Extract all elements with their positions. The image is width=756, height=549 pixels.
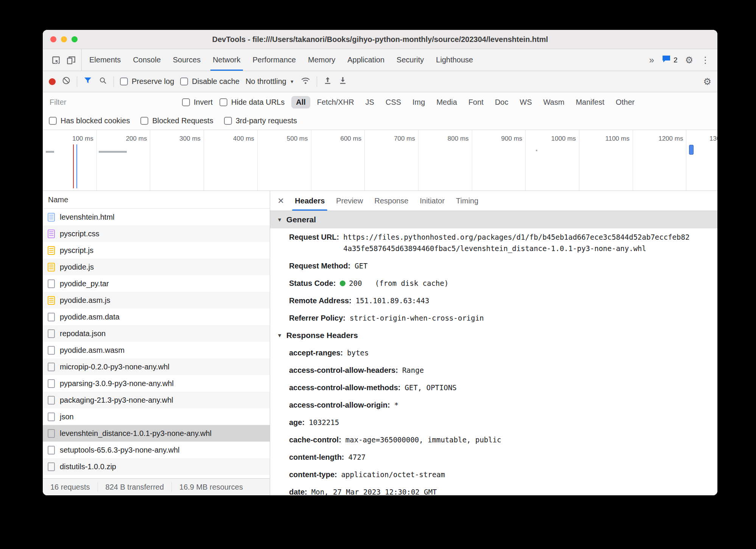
request-row[interactable]: micropip-0.2.0-py3-none-any.whl bbox=[43, 358, 270, 375]
blocked-requests-checkbox[interactable]: Blocked Requests bbox=[140, 116, 213, 125]
tab-memory[interactable]: Memory bbox=[302, 49, 341, 71]
checkbox-icon[interactable] bbox=[49, 117, 57, 125]
titlebar: DevTools - file:///Users/takanori/Books/… bbox=[43, 30, 717, 49]
request-row[interactable]: levenshtein.html bbox=[43, 209, 270, 225]
settings-gear-icon[interactable]: ⚙ bbox=[685, 56, 693, 65]
filter-input[interactable] bbox=[49, 98, 175, 107]
zoom-window-button[interactable] bbox=[72, 36, 78, 42]
file-file-icon bbox=[48, 446, 55, 454]
request-row[interactable]: pyodide_py.tar bbox=[43, 275, 270, 292]
js-file-icon bbox=[48, 296, 55, 305]
request-row[interactable]: distutils-1.0.0.zip bbox=[43, 458, 270, 475]
tab-console[interactable]: Console bbox=[127, 49, 166, 71]
filter-funnel-icon[interactable] bbox=[83, 76, 92, 87]
detail-tab-timing[interactable]: Timing bbox=[450, 191, 484, 211]
request-row[interactable]: levenshtein_distance-1.0.1-py3-none-any.… bbox=[43, 425, 270, 442]
export-har-icon[interactable] bbox=[338, 76, 347, 87]
header-name: Remote Address: bbox=[289, 295, 352, 306]
tab-application[interactable]: Application bbox=[341, 49, 390, 71]
disable-cache-label: Disable cache bbox=[192, 77, 240, 86]
has-blocked-cookies-checkbox[interactable]: Has blocked cookies bbox=[49, 116, 130, 125]
timeline-tick-label: 800 ms bbox=[432, 135, 469, 143]
preserve-log-checkbox[interactable]: Preserve log bbox=[120, 77, 174, 86]
close-window-button[interactable] bbox=[50, 36, 56, 42]
disclosure-triangle-icon: ▼ bbox=[277, 217, 282, 223]
tab-elements[interactable]: Elements bbox=[83, 49, 127, 71]
dropdown-caret-icon: ▼ bbox=[290, 79, 294, 84]
close-details-icon[interactable]: × bbox=[272, 191, 289, 211]
network-conditions-icon[interactable] bbox=[300, 76, 311, 88]
record-network-log-button[interactable] bbox=[49, 78, 56, 85]
filter-pill-css[interactable]: CSS bbox=[381, 96, 406, 109]
invert-checkbox[interactable]: Invert bbox=[182, 98, 213, 107]
tab-sources[interactable]: Sources bbox=[167, 49, 207, 71]
detail-tab-preview[interactable]: Preview bbox=[330, 191, 369, 211]
filter-pill-media[interactable]: Media bbox=[432, 96, 461, 109]
checkbox-icon[interactable] bbox=[120, 78, 128, 85]
filter-pill-img[interactable]: Img bbox=[408, 96, 429, 109]
requests-pane: Name levenshtein.htmlpyscript.csspyscrip… bbox=[43, 191, 270, 495]
request-row[interactable]: pyodide.js bbox=[43, 259, 270, 275]
timeline-overview[interactable]: 100 ms200 ms300 ms400 ms500 ms600 ms700 … bbox=[43, 130, 717, 191]
request-row[interactable]: json bbox=[43, 408, 270, 425]
search-icon[interactable] bbox=[98, 76, 107, 87]
issues-button[interactable]: 2 bbox=[662, 55, 678, 65]
checkbox-icon[interactable] bbox=[224, 117, 232, 125]
request-row[interactable]: packaging-21.3-py3-none-any.whl bbox=[43, 392, 270, 408]
request-name: levenshtein.html bbox=[60, 213, 115, 222]
request-row[interactable]: pyscript.css bbox=[43, 225, 270, 242]
throttling-select[interactable]: No throttling ▼ bbox=[246, 77, 294, 86]
filter-pill-ws[interactable]: WS bbox=[515, 96, 537, 109]
tab-security[interactable]: Security bbox=[390, 49, 430, 71]
request-row[interactable]: pyodide.asm.js bbox=[43, 292, 270, 309]
name-column-header[interactable]: Name bbox=[43, 191, 270, 209]
request-name: pyodide.asm.wasm bbox=[60, 346, 124, 355]
header-name: access-control-allow-origin: bbox=[289, 399, 390, 411]
file-file-icon bbox=[48, 429, 55, 438]
filter-pill-doc[interactable]: Doc bbox=[490, 96, 513, 109]
checkbox-icon[interactable] bbox=[219, 98, 227, 106]
checkbox-icon[interactable] bbox=[182, 98, 190, 106]
request-row[interactable]: setuptools-65.6.3-py3-none-any.whl bbox=[43, 442, 270, 458]
import-har-icon[interactable] bbox=[323, 76, 332, 87]
header-value: Mon, 27 Mar 2023 12:30:02 GMT bbox=[311, 486, 437, 495]
timeline-tick-label: 1100 ms bbox=[593, 135, 630, 143]
header-value: 151.101.89.63:443 bbox=[356, 295, 429, 306]
third-party-requests-checkbox[interactable]: 3rd-party requests bbox=[224, 116, 297, 125]
timeline-gridline bbox=[686, 130, 686, 191]
section-header-general[interactable]: ▼General bbox=[270, 211, 717, 228]
checkbox-icon[interactable] bbox=[140, 117, 148, 125]
header-name: cache-control: bbox=[289, 434, 341, 445]
header-value: max-age=365000000, immutable, public bbox=[345, 434, 501, 445]
filter-pill-wasm[interactable]: Wasm bbox=[539, 96, 569, 109]
network-settings-gear-icon[interactable]: ⚙ bbox=[703, 76, 711, 87]
kebab-menu-icon[interactable]: ⋮ bbox=[701, 56, 710, 65]
checkbox-icon[interactable] bbox=[180, 78, 188, 85]
filter-pill-all[interactable]: All bbox=[291, 96, 310, 109]
inspect-element-icon[interactable] bbox=[51, 55, 61, 65]
request-row[interactable]: pyscript.js bbox=[43, 242, 270, 259]
hide-data-urls-checkbox[interactable]: Hide data URLs bbox=[219, 98, 285, 107]
device-toolbar-icon[interactable] bbox=[66, 55, 76, 65]
filter-pill-font[interactable]: Font bbox=[464, 96, 488, 109]
filter-pill-manifest[interactable]: Manifest bbox=[571, 96, 609, 109]
minimize-window-button[interactable] bbox=[61, 36, 67, 42]
detail-tab-response[interactable]: Response bbox=[369, 191, 414, 211]
tab-network[interactable]: Network bbox=[207, 49, 246, 71]
more-tabs-chevron[interactable]: » bbox=[649, 55, 654, 65]
detail-tab-headers[interactable]: Headers bbox=[289, 191, 330, 211]
filter-pill-js[interactable]: JS bbox=[361, 96, 379, 109]
detail-tab-initiator[interactable]: Initiator bbox=[414, 191, 451, 211]
clear-network-log-icon[interactable] bbox=[62, 76, 71, 87]
request-row[interactable]: pyodide.asm.wasm bbox=[43, 342, 270, 358]
filter-pill-fetch-xhr[interactable]: Fetch/XHR bbox=[313, 96, 359, 109]
tab-lighthouse[interactable]: Lighthouse bbox=[430, 49, 479, 71]
disable-cache-checkbox[interactable]: Disable cache bbox=[180, 77, 240, 86]
tab-performance[interactable]: Performance bbox=[247, 49, 302, 71]
request-row[interactable]: pyparsing-3.0.9-py3-none-any.whl bbox=[43, 375, 270, 392]
section-header-response-headers[interactable]: ▼Response Headers bbox=[270, 327, 717, 344]
request-row[interactable]: pyodide.asm.data bbox=[43, 309, 270, 325]
preserve-log-label: Preserve log bbox=[132, 77, 174, 86]
filter-pill-other[interactable]: Other bbox=[611, 96, 639, 109]
request-row[interactable]: repodata.json bbox=[43, 325, 270, 342]
